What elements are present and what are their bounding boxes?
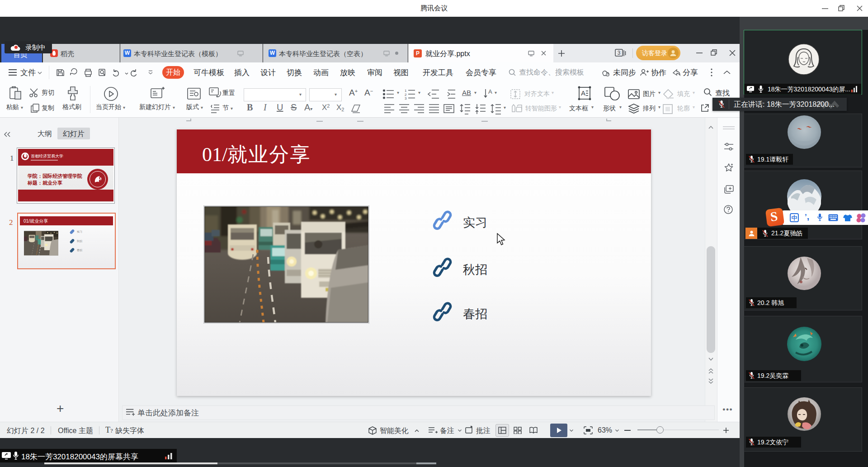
svg-text:3: 3	[405, 96, 407, 100]
svg-text:1: 1	[405, 89, 407, 93]
svg-text:A: A	[581, 89, 585, 97]
svg-text:A: A	[488, 88, 492, 95]
svg-text:3: 3	[618, 50, 621, 56]
